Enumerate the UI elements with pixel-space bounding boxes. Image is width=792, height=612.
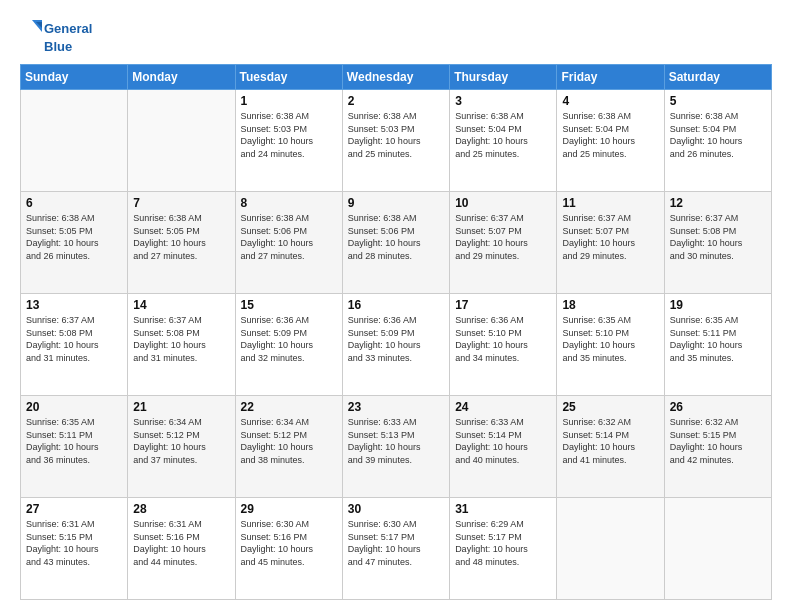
day-number: 8 xyxy=(241,196,337,210)
calendar-cell: 31Sunrise: 6:29 AM Sunset: 5:17 PM Dayli… xyxy=(450,498,557,600)
day-content: Sunrise: 6:38 AM Sunset: 5:06 PM Dayligh… xyxy=(241,212,337,262)
day-content: Sunrise: 6:38 AM Sunset: 5:05 PM Dayligh… xyxy=(133,212,229,262)
logo-text-blue: Blue xyxy=(20,40,72,54)
day-number: 10 xyxy=(455,196,551,210)
day-content: Sunrise: 6:38 AM Sunset: 5:03 PM Dayligh… xyxy=(348,110,444,160)
day-content: Sunrise: 6:33 AM Sunset: 5:14 PM Dayligh… xyxy=(455,416,551,466)
day-number: 22 xyxy=(241,400,337,414)
calendar-cell: 16Sunrise: 6:36 AM Sunset: 5:09 PM Dayli… xyxy=(342,294,449,396)
calendar-cell: 27Sunrise: 6:31 AM Sunset: 5:15 PM Dayli… xyxy=(21,498,128,600)
day-content: Sunrise: 6:33 AM Sunset: 5:13 PM Dayligh… xyxy=(348,416,444,466)
calendar-cell: 7Sunrise: 6:38 AM Sunset: 5:05 PM Daylig… xyxy=(128,192,235,294)
day-content: Sunrise: 6:36 AM Sunset: 5:09 PM Dayligh… xyxy=(348,314,444,364)
calendar-cell: 21Sunrise: 6:34 AM Sunset: 5:12 PM Dayli… xyxy=(128,396,235,498)
calendar-week-1: 1Sunrise: 6:38 AM Sunset: 5:03 PM Daylig… xyxy=(21,90,772,192)
calendar-cell: 26Sunrise: 6:32 AM Sunset: 5:15 PM Dayli… xyxy=(664,396,771,498)
day-number: 16 xyxy=(348,298,444,312)
calendar-cell: 10Sunrise: 6:37 AM Sunset: 5:07 PM Dayli… xyxy=(450,192,557,294)
day-content: Sunrise: 6:37 AM Sunset: 5:07 PM Dayligh… xyxy=(562,212,658,262)
day-number: 13 xyxy=(26,298,122,312)
calendar-week-2: 6Sunrise: 6:38 AM Sunset: 5:05 PM Daylig… xyxy=(21,192,772,294)
calendar-cell: 17Sunrise: 6:36 AM Sunset: 5:10 PM Dayli… xyxy=(450,294,557,396)
day-number: 21 xyxy=(133,400,229,414)
calendar-cell: 30Sunrise: 6:30 AM Sunset: 5:17 PM Dayli… xyxy=(342,498,449,600)
calendar-header-tuesday: Tuesday xyxy=(235,65,342,90)
calendar-cell: 25Sunrise: 6:32 AM Sunset: 5:14 PM Dayli… xyxy=(557,396,664,498)
calendar-cell: 12Sunrise: 6:37 AM Sunset: 5:08 PM Dayli… xyxy=(664,192,771,294)
calendar-cell: 2Sunrise: 6:38 AM Sunset: 5:03 PM Daylig… xyxy=(342,90,449,192)
day-content: Sunrise: 6:38 AM Sunset: 5:04 PM Dayligh… xyxy=(562,110,658,160)
calendar-cell: 22Sunrise: 6:34 AM Sunset: 5:12 PM Dayli… xyxy=(235,396,342,498)
day-number: 11 xyxy=(562,196,658,210)
calendar-cell: 20Sunrise: 6:35 AM Sunset: 5:11 PM Dayli… xyxy=(21,396,128,498)
calendar-cell: 18Sunrise: 6:35 AM Sunset: 5:10 PM Dayli… xyxy=(557,294,664,396)
calendar-header-wednesday: Wednesday xyxy=(342,65,449,90)
calendar-cell: 19Sunrise: 6:35 AM Sunset: 5:11 PM Dayli… xyxy=(664,294,771,396)
calendar-header-sunday: Sunday xyxy=(21,65,128,90)
day-number: 17 xyxy=(455,298,551,312)
day-content: Sunrise: 6:31 AM Sunset: 5:16 PM Dayligh… xyxy=(133,518,229,568)
day-number: 27 xyxy=(26,502,122,516)
day-content: Sunrise: 6:30 AM Sunset: 5:16 PM Dayligh… xyxy=(241,518,337,568)
day-number: 1 xyxy=(241,94,337,108)
calendar-cell: 11Sunrise: 6:37 AM Sunset: 5:07 PM Dayli… xyxy=(557,192,664,294)
calendar-header-friday: Friday xyxy=(557,65,664,90)
day-number: 4 xyxy=(562,94,658,108)
day-number: 5 xyxy=(670,94,766,108)
day-number: 18 xyxy=(562,298,658,312)
day-content: Sunrise: 6:31 AM Sunset: 5:15 PM Dayligh… xyxy=(26,518,122,568)
day-content: Sunrise: 6:36 AM Sunset: 5:10 PM Dayligh… xyxy=(455,314,551,364)
day-content: Sunrise: 6:38 AM Sunset: 5:06 PM Dayligh… xyxy=(348,212,444,262)
calendar-cell xyxy=(557,498,664,600)
page: General Blue SundayMondayTuesdayWednesda… xyxy=(0,0,792,612)
calendar-cell: 13Sunrise: 6:37 AM Sunset: 5:08 PM Dayli… xyxy=(21,294,128,396)
day-content: Sunrise: 6:37 AM Sunset: 5:08 PM Dayligh… xyxy=(26,314,122,364)
calendar-header-saturday: Saturday xyxy=(664,65,771,90)
day-number: 25 xyxy=(562,400,658,414)
day-number: 6 xyxy=(26,196,122,210)
day-number: 12 xyxy=(670,196,766,210)
day-content: Sunrise: 6:32 AM Sunset: 5:14 PM Dayligh… xyxy=(562,416,658,466)
calendar-cell: 24Sunrise: 6:33 AM Sunset: 5:14 PM Dayli… xyxy=(450,396,557,498)
day-number: 30 xyxy=(348,502,444,516)
day-content: Sunrise: 6:38 AM Sunset: 5:05 PM Dayligh… xyxy=(26,212,122,262)
day-content: Sunrise: 6:38 AM Sunset: 5:04 PM Dayligh… xyxy=(670,110,766,160)
calendar-cell xyxy=(664,498,771,600)
calendar-cell: 5Sunrise: 6:38 AM Sunset: 5:04 PM Daylig… xyxy=(664,90,771,192)
logo: General Blue xyxy=(20,18,92,54)
day-content: Sunrise: 6:37 AM Sunset: 5:08 PM Dayligh… xyxy=(133,314,229,364)
day-content: Sunrise: 6:35 AM Sunset: 5:11 PM Dayligh… xyxy=(26,416,122,466)
day-content: Sunrise: 6:38 AM Sunset: 5:03 PM Dayligh… xyxy=(241,110,337,160)
calendar-cell xyxy=(128,90,235,192)
day-content: Sunrise: 6:32 AM Sunset: 5:15 PM Dayligh… xyxy=(670,416,766,466)
calendar-cell: 9Sunrise: 6:38 AM Sunset: 5:06 PM Daylig… xyxy=(342,192,449,294)
day-number: 23 xyxy=(348,400,444,414)
day-content: Sunrise: 6:30 AM Sunset: 5:17 PM Dayligh… xyxy=(348,518,444,568)
day-number: 24 xyxy=(455,400,551,414)
calendar-header-thursday: Thursday xyxy=(450,65,557,90)
day-number: 28 xyxy=(133,502,229,516)
day-content: Sunrise: 6:29 AM Sunset: 5:17 PM Dayligh… xyxy=(455,518,551,568)
calendar-week-5: 27Sunrise: 6:31 AM Sunset: 5:15 PM Dayli… xyxy=(21,498,772,600)
calendar-cell: 29Sunrise: 6:30 AM Sunset: 5:16 PM Dayli… xyxy=(235,498,342,600)
calendar-header-monday: Monday xyxy=(128,65,235,90)
calendar-cell: 28Sunrise: 6:31 AM Sunset: 5:16 PM Dayli… xyxy=(128,498,235,600)
day-number: 26 xyxy=(670,400,766,414)
day-number: 15 xyxy=(241,298,337,312)
day-content: Sunrise: 6:36 AM Sunset: 5:09 PM Dayligh… xyxy=(241,314,337,364)
day-content: Sunrise: 6:34 AM Sunset: 5:12 PM Dayligh… xyxy=(241,416,337,466)
day-number: 14 xyxy=(133,298,229,312)
calendar-table: SundayMondayTuesdayWednesdayThursdayFrid… xyxy=(20,64,772,600)
day-content: Sunrise: 6:35 AM Sunset: 5:11 PM Dayligh… xyxy=(670,314,766,364)
header: General Blue xyxy=(20,18,772,54)
day-number: 3 xyxy=(455,94,551,108)
logo-text-general: General xyxy=(44,22,92,36)
day-number: 19 xyxy=(670,298,766,312)
calendar-cell: 14Sunrise: 6:37 AM Sunset: 5:08 PM Dayli… xyxy=(128,294,235,396)
calendar-cell: 23Sunrise: 6:33 AM Sunset: 5:13 PM Dayli… xyxy=(342,396,449,498)
day-number: 31 xyxy=(455,502,551,516)
calendar-header-row: SundayMondayTuesdayWednesdayThursdayFrid… xyxy=(21,65,772,90)
calendar-week-4: 20Sunrise: 6:35 AM Sunset: 5:11 PM Dayli… xyxy=(21,396,772,498)
day-number: 20 xyxy=(26,400,122,414)
day-content: Sunrise: 6:34 AM Sunset: 5:12 PM Dayligh… xyxy=(133,416,229,466)
